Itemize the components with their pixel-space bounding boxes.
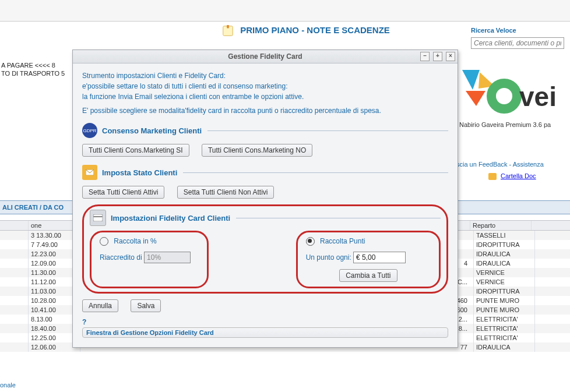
section-stato-title: Imposta Stato Clienti [102, 168, 177, 177]
col-reparto[interactable]: Reparto [470, 221, 532, 230]
quick-search-label: Ricerca Veloce [471, 27, 564, 34]
dialog-intro2: e'possibile settare lo stato di tutti i … [82, 82, 448, 90]
feedback-link[interactable]: scia un FeedBack [456, 161, 507, 168]
mail-icon [82, 165, 97, 180]
app-topbar [0, 0, 570, 22]
gdpr-icon: GDPR [82, 123, 97, 138]
punto-ogni-input[interactable] [353, 252, 406, 263]
svg-marker-3 [466, 91, 485, 106]
cartella-link-row: Cartella Doc [488, 172, 570, 180]
top-links: scia un FeedBack - Assistenza [456, 161, 570, 168]
riaccredito-input[interactable] [144, 252, 191, 263]
btn-non-attivi[interactable]: Setta Tutti Clienti Non Attivi [177, 186, 275, 199]
btn-cons-si[interactable]: Tutti Clienti Cons.Marketing SI [82, 144, 189, 157]
help-text: Finestra di Gestione Opzioni Fidelity Ca… [82, 327, 448, 338]
punto-ogni-label: Un punto ogni: [306, 253, 351, 262]
fidelity-dialog: Gestione Fidelity Card – + × Strumento i… [72, 50, 458, 348]
note-icon [221, 24, 234, 37]
dialog-intro3: la funzione Invia Email seleziona i clie… [82, 93, 448, 101]
radio-percent-label: Raccolta in % [114, 237, 156, 245]
riaccredito-label: Riaccredito di [100, 253, 142, 262]
help-icon[interactable]: ? [82, 318, 86, 326]
leftstrip-l1: A PAGARE <<<< 8 [0, 61, 73, 69]
radio-punti-label: Raccolta Punti [320, 237, 365, 245]
dialog-intro1: Strumento impostazioni Clienti e Fidelit… [82, 72, 448, 80]
dialog-title: Gestione Fidelity Card [228, 52, 302, 61]
svg-rect-9 [93, 216, 103, 217]
divider [207, 130, 448, 131]
dialog-intro4: E' possibile scegliere se modalita'fidel… [82, 107, 448, 115]
card-icon [90, 210, 106, 226]
banner-title: PRIMO PIANO - NOTE E SCADENZE [240, 25, 390, 35]
folder-icon [488, 173, 497, 180]
quick-search-input[interactable] [471, 37, 564, 49]
page-banner: PRIMO PIANO - NOTE E SCADENZE [221, 24, 390, 37]
radio-punti[interactable] [306, 237, 315, 246]
section-marketing-title: Consenso Marketing Clienti [102, 126, 202, 135]
svg-marker-2 [462, 70, 480, 90]
cartella-link[interactable]: Cartella Doc [501, 172, 536, 179]
svg-point-5 [491, 83, 517, 109]
raccolta-percent-box: Raccolta in % Riaccredito di [90, 231, 209, 288]
assist-link[interactable]: Assistenza [513, 161, 544, 168]
svg-rect-1 [227, 25, 229, 29]
col-blank [0, 221, 29, 230]
divider [183, 172, 448, 173]
svg-text:vei: vei [519, 82, 557, 112]
radio-percent[interactable] [100, 237, 108, 246]
brand-caption: Nabirio Gaveira Premium 3.6 pa [459, 121, 570, 128]
leftstrip-l2: TO DI TRASPORTO 5 [0, 69, 73, 77]
raccolta-punti-box: Raccolta Punti Un punto ogni: Cambia a T… [296, 231, 441, 288]
svg-rect-8 [93, 214, 103, 221]
fidelity-highlight: Impostazioni Fidelity Card Clienti Racco… [82, 204, 448, 294]
help-bar: ? Finestra di Gestione Opzioni Fidelity … [82, 318, 448, 338]
divider [236, 217, 441, 218]
btn-salva[interactable]: Salva [131, 299, 161, 312]
minimize-icon[interactable]: – [420, 52, 430, 61]
brand-logo: vei [462, 70, 570, 122]
close-icon[interactable]: × [446, 52, 455, 61]
left-fragment: A PAGARE <<<< 8 TO DI TRASPORTO 5 [0, 61, 73, 77]
btn-attivi[interactable]: Setta Tutti Clienti Attivi [82, 186, 164, 199]
section-fidelity-title: Impostazioni Fidelity Card Clienti [111, 214, 230, 223]
dialog-titlebar[interactable]: Gestione Fidelity Card – + × [73, 50, 458, 63]
btn-cons-no[interactable]: Tutti Clienti Cons.Marketing NO [202, 144, 312, 157]
quick-search: Ricerca Veloce [471, 27, 564, 49]
btn-cambia-tutti[interactable]: Cambia a Tutti [339, 269, 397, 282]
btn-annulla[interactable]: Annulla [82, 299, 118, 312]
maximize-icon[interactable]: + [433, 52, 442, 61]
bottom-link[interactable]: onale [0, 382, 16, 389]
